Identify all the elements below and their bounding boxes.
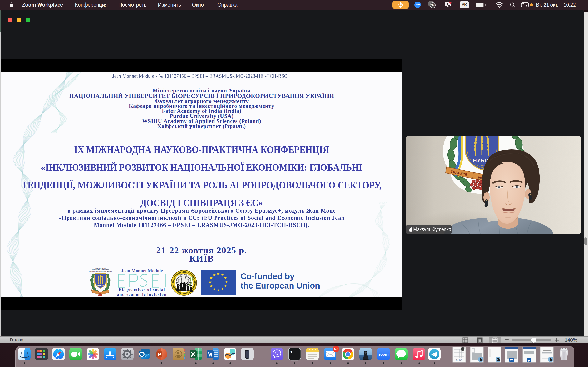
svg-text:zoom: zoom [378, 352, 389, 356]
svg-text:1898: 1898 [479, 164, 484, 167]
svg-text:P: P [158, 351, 161, 358]
svg-text:>_: >_ [290, 350, 295, 355]
svg-text:XLSX: XLSX [456, 359, 463, 361]
svg-text:НУБІП: НУБІП [97, 285, 104, 287]
